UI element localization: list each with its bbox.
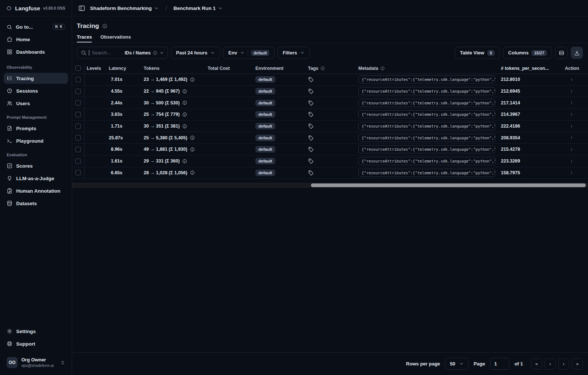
select-all-checkbox[interactable] (75, 65, 81, 71)
tab-observations[interactable]: Observations (100, 34, 131, 43)
table-row[interactable]: 7.01s 23 → 1,469 (Σ 1,492) default {"res… (72, 74, 588, 86)
table-row[interactable]: 4.55s 22 → 945 (Σ 967) default {"resourc… (72, 86, 588, 97)
search-mode-dropdown[interactable]: IDs / Names (125, 50, 164, 56)
header-tokens-per-second[interactable]: # tokens_per_secon... (500, 66, 560, 71)
env-dropdown[interactable]: Env default (223, 47, 275, 59)
sidebar-item-llm-as-a-judge[interactable]: LLM-as-a-Judge (4, 173, 68, 184)
info-icon[interactable] (182, 112, 187, 117)
info-icon[interactable] (182, 124, 187, 129)
row-checkbox[interactable] (75, 147, 81, 152)
row-checkbox[interactable] (75, 77, 81, 82)
tag-icon[interactable] (308, 146, 314, 152)
row-checkbox[interactable] (75, 89, 81, 94)
metadata-preview[interactable]: {"resourceAttributes":{"telemetry.sdk.la… (358, 169, 495, 177)
sidebar-item-sessions[interactable]: Sessions (4, 85, 68, 96)
header-latency[interactable]: Latency (109, 66, 136, 71)
tab-traces[interactable]: Traces (77, 34, 92, 43)
project-selector[interactable]: Benchmark Run 1 (173, 6, 223, 11)
next-page-button[interactable]: › (558, 358, 569, 369)
header-tags[interactable]: Tags (298, 66, 358, 71)
org-selector[interactable]: Shadeform Benchmarking (90, 6, 159, 11)
tag-icon[interactable] (308, 76, 314, 82)
header-total-cost[interactable]: Total Cost (202, 66, 247, 71)
sidebar-item-support[interactable]: Support (4, 338, 68, 349)
table-row[interactable]: 1.61s 29 → 331 (Σ 360) default {"resourc… (72, 156, 588, 167)
metadata-preview[interactable]: {"resourceAttributes":{"telemetry.sdk.la… (358, 87, 495, 95)
kebab-menu-icon[interactable] (569, 124, 574, 129)
info-icon[interactable] (182, 100, 187, 105)
sidebar-item-tracing[interactable]: Tracing (4, 73, 68, 84)
info-icon[interactable] (182, 89, 187, 94)
kebab-menu-icon[interactable] (569, 158, 574, 164)
kebab-menu-icon[interactable] (569, 100, 574, 106)
rows-per-page-select[interactable]: 50 (445, 358, 468, 370)
metadata-preview[interactable]: {"resourceAttributes":{"telemetry.sdk.la… (358, 122, 495, 130)
goto-search[interactable]: Go to... ⌘ K (4, 21, 68, 32)
sidebar-item-users[interactable]: Users (4, 98, 68, 109)
header-tokens[interactable]: Tokens (136, 66, 202, 71)
table-view-button[interactable]: Table View 0 (455, 47, 500, 59)
tag-icon[interactable] (308, 123, 314, 129)
page-number-input[interactable]: 1 (490, 358, 509, 370)
row-checkbox[interactable] (75, 112, 81, 117)
tag-icon[interactable] (308, 88, 314, 94)
header-metadata[interactable]: Metadata (358, 66, 500, 71)
metadata-preview[interactable]: {"resourceAttributes":{"telemetry.sdk.la… (358, 75, 495, 83)
tag-icon[interactable] (308, 111, 314, 117)
info-icon[interactable] (190, 147, 195, 152)
columns-button[interactable]: Columns 15/27 (503, 47, 552, 59)
last-page-button[interactable]: » (572, 358, 583, 369)
kebab-menu-icon[interactable] (569, 112, 574, 117)
info-icon[interactable] (190, 170, 195, 175)
kebab-menu-icon[interactable] (569, 170, 574, 175)
tag-icon[interactable] (308, 135, 314, 141)
table-row[interactable]: 8.96s 49 → 1,881 (Σ 1,930) default {"res… (72, 144, 588, 156)
info-icon[interactable] (190, 77, 195, 82)
table-row[interactable]: 2.44s 30 → 500 (Σ 530) default {"resourc… (72, 97, 588, 109)
scrollbar-thumb[interactable] (311, 183, 586, 187)
info-icon[interactable] (190, 135, 195, 140)
sidebar-item-playground[interactable]: Playground (4, 135, 68, 146)
row-checkbox[interactable] (75, 100, 81, 106)
tag-icon[interactable] (308, 100, 314, 106)
table-row[interactable]: 3.63s 25 → 754 (Σ 779) default {"resourc… (72, 109, 588, 121)
row-checkbox[interactable] (75, 124, 81, 129)
sidebar-toggle-button[interactable] (77, 3, 86, 13)
kebab-menu-icon[interactable] (569, 147, 574, 152)
row-height-button[interactable] (555, 47, 567, 59)
row-checkbox[interactable] (75, 170, 81, 175)
row-checkbox[interactable] (75, 158, 81, 164)
metadata-preview[interactable]: {"resourceAttributes":{"telemetry.sdk.la… (358, 134, 495, 142)
sidebar-item-settings[interactable]: Settings (4, 326, 68, 337)
sidebar-item-home[interactable]: Home (4, 34, 68, 45)
first-page-button[interactable]: « (531, 358, 542, 369)
filters-dropdown[interactable]: Filters (277, 47, 310, 59)
table-row[interactable]: 25.87s 25 → 5,380 (Σ 5,405) default {"re… (72, 132, 588, 144)
row-checkbox[interactable] (75, 135, 81, 140)
user-menu[interactable]: OO Org Owner ops@shadeform.ai (4, 354, 68, 371)
sidebar-item-prompts[interactable]: Prompts (4, 123, 68, 134)
metadata-preview[interactable]: {"resourceAttributes":{"telemetry.sdk.la… (358, 157, 495, 165)
export-button[interactable] (571, 47, 583, 59)
prev-page-button[interactable]: ‹ (545, 358, 556, 369)
table-row[interactable]: 1.71s 30 → 351 (Σ 381) default {"resourc… (72, 121, 588, 132)
sidebar-item-dashboards[interactable]: Dashboards (4, 46, 68, 57)
time-range-dropdown[interactable]: Past 24 hours (171, 47, 220, 59)
info-icon[interactable] (182, 159, 187, 164)
sidebar-item-human-annotation[interactable]: Human Annotation (4, 185, 68, 196)
kebab-menu-icon[interactable] (569, 77, 574, 82)
kebab-menu-icon[interactable] (569, 89, 574, 94)
header-levels[interactable]: Levels (85, 66, 109, 71)
table-row[interactable]: 6.65s 28 → 1,028 (Σ 1,056) default {"res… (72, 167, 588, 179)
horizontal-scrollbar[interactable] (72, 183, 588, 188)
sidebar-item-scores[interactable]: Scores (4, 160, 68, 171)
header-environment[interactable]: Environment (247, 66, 298, 71)
tag-icon[interactable] (308, 170, 314, 176)
tag-icon[interactable] (308, 158, 314, 164)
metadata-preview[interactable]: {"resourceAttributes":{"telemetry.sdk.la… (358, 145, 495, 153)
metadata-preview[interactable]: {"resourceAttributes":{"telemetry.sdk.la… (358, 110, 495, 118)
search-input[interactable]: Search... IDs / Names (77, 47, 168, 59)
sidebar-item-datasets[interactable]: Datasets (4, 198, 68, 209)
metadata-preview[interactable]: {"resourceAttributes":{"telemetry.sdk.la… (358, 99, 495, 107)
kebab-menu-icon[interactable] (569, 135, 574, 140)
